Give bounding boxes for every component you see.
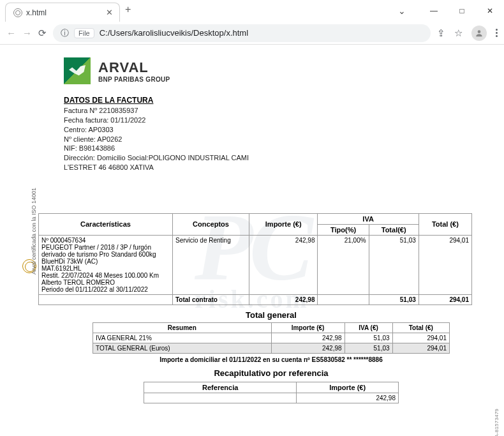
browser-titlebar: x.html ✕ + ⌄ ― □ ✕ <box>0 0 504 22</box>
col-header: Total (€) <box>419 213 471 235</box>
window-minimize-button[interactable]: ― <box>420 0 448 22</box>
reload-button[interactable]: ⟳ <box>38 27 47 39</box>
cell-label: TOTAL GENERAL (Euros) <box>93 343 272 353</box>
col-header: Importe (€) <box>249 213 318 235</box>
col-subheader: Total(€) <box>369 224 419 235</box>
url-scheme-chip: File <box>74 28 94 38</box>
col-header: IVA <box>318 213 419 224</box>
invoice-line: Nº cliente: AP0262 <box>64 135 478 144</box>
invoice-line: NIF: B98143886 <box>64 144 478 153</box>
cell-empty <box>318 294 369 304</box>
window-close-button[interactable]: ✕ <box>476 0 504 22</box>
browser-toolbar: ← → ⟳ ⓘ File C:/Users/karolisliucveikis/… <box>0 22 504 45</box>
tab-title: x.html <box>26 8 47 17</box>
iso-cert-text: Arval certificada con la ISO 14001 <box>31 188 37 274</box>
globe-icon <box>13 8 22 17</box>
col-subheader: Tipo(%) <box>318 224 369 235</box>
address-bar[interactable]: ⓘ File C:/Users/karolisliucveikis/Deskto… <box>53 24 431 42</box>
profile-avatar[interactable] <box>471 26 487 41</box>
section-heading: Recapitulativo por referencia <box>64 368 478 378</box>
cell-value: 51,03 <box>345 333 392 343</box>
menu-icon[interactable] <box>496 29 498 37</box>
forward-button[interactable]: → <box>22 27 32 38</box>
svg-point-0 <box>478 30 481 33</box>
col-header: Resumen <box>93 322 272 333</box>
reference-table: Referencia Importe (€) 242,98 <box>144 382 399 403</box>
brand-logo: ARVAL BNP PARIBAS GROUP <box>64 57 478 84</box>
section-heading: Total general <box>64 310 478 320</box>
cell-concept: Servicio de Renting <box>173 235 249 294</box>
cell-value: 51,03 <box>345 343 392 353</box>
invoice-line: L'ESTRET 46 46800 XATIVA <box>64 163 478 172</box>
col-header: Total (€) <box>392 322 449 333</box>
cell-empty <box>144 393 297 403</box>
col-header: Referencia <box>144 382 297 393</box>
url-text: C:/Users/karolisliucveikis/Desktop/x.htm… <box>100 28 248 38</box>
summary-table: Resumen Importe (€) IVA (€) Total (€) IV… <box>93 322 450 354</box>
col-header: Importe (€) <box>297 382 399 393</box>
cell-empty <box>39 294 173 304</box>
section-heading: DATOS DE LA FACTURA <box>64 96 478 105</box>
cell-description: Nº 0000457634 PEUGEOT Partner / 2018 / 3… <box>39 235 173 294</box>
cell-total: 294,01 <box>419 235 471 294</box>
col-header: IVA (€) <box>345 322 392 333</box>
cell-total-vat: 51,03 <box>369 294 419 304</box>
back-button[interactable]: ← <box>6 27 16 38</box>
browser-tab[interactable]: x.html ✕ <box>5 3 120 22</box>
window-maximize-button[interactable]: □ <box>448 0 476 22</box>
direct-debit-note: Importe a domiciliar el 01/11/2022 en su… <box>64 356 478 363</box>
cell-total-label: Total contrato <box>173 294 249 304</box>
cell-grand-total: 294,01 <box>419 294 471 304</box>
col-header: Importe (€) <box>271 322 345 333</box>
logo-mark-icon <box>64 57 91 84</box>
bookmark-icon[interactable]: ☆ <box>454 27 463 39</box>
close-tab-icon[interactable]: ✕ <box>106 8 113 17</box>
cell-value: 242,98 <box>271 343 345 353</box>
cell-total-amount: 242,98 <box>249 294 318 304</box>
cell-vat-rate: 21,00% <box>318 235 369 294</box>
new-tab-button[interactable]: + <box>125 4 131 18</box>
cell-value: 242,98 <box>271 333 345 343</box>
col-header: Características <box>39 213 173 235</box>
tab-overflow-icon[interactable]: ⌄ <box>388 0 416 22</box>
cell-value: 294,01 <box>392 343 449 353</box>
cell-value: 242,98 <box>297 393 399 403</box>
share-icon[interactable]: ⇪ <box>437 27 445 39</box>
invoice-line: Centro: AP0303 <box>64 125 478 135</box>
cell-label: IVA GENERAL 21% <box>93 333 272 343</box>
brand-subtitle: BNP PARIBAS GROUP <box>98 76 170 83</box>
line-items-table: Características Conceptos Importe (€) IV… <box>38 213 472 305</box>
col-header: Conceptos <box>173 213 249 235</box>
cell-value: 294,01 <box>392 333 449 343</box>
invoice-line: Factura Nº 2210835937 <box>64 106 478 116</box>
invoice-line: Dirección: Domicilio Social:POLIGONO IND… <box>64 153 478 163</box>
registry-footer-text: Registro Mercantil de Madrid, Tomo 11.61… <box>494 409 500 436</box>
brand-name: ARVAL <box>98 59 170 76</box>
file-icon: ⓘ <box>61 27 69 39</box>
invoice-details: DATOS DE LA FACTURA Factura Nº 221083593… <box>64 96 478 172</box>
cell-amount: 242,98 <box>249 235 318 294</box>
invoice-line: Fecha factura: 01/11/2022 <box>64 116 478 125</box>
cell-vat-total: 51,03 <box>369 235 419 294</box>
